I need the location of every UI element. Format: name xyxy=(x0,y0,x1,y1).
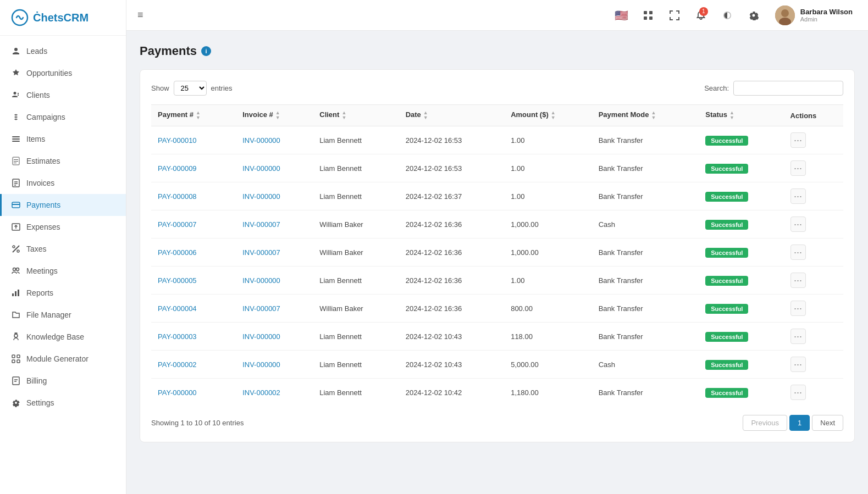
sidebar-item-reports[interactable]: Reports xyxy=(0,282,126,304)
sidebar-item-payments[interactable]: Payments xyxy=(0,194,126,216)
payment-link-2[interactable]: PAY-000008 xyxy=(151,182,236,210)
col-header-invoice_num[interactable]: Invoice #▲▼ xyxy=(236,105,313,126)
page-1-button[interactable]: 1 xyxy=(789,415,810,431)
action-menu-btn-5[interactable]: ··· xyxy=(790,273,806,288)
invoice-link-8[interactable]: INV-000000 xyxy=(236,351,313,379)
sidebar-item-module-generator[interactable]: Module Generator xyxy=(0,348,126,370)
invoice-link-0[interactable]: INV-000000 xyxy=(236,126,313,154)
action-menu-btn-2[interactable]: ··· xyxy=(790,188,806,204)
payment-link-8[interactable]: PAY-000002 xyxy=(151,351,236,379)
next-button[interactable]: Next xyxy=(812,415,843,431)
client-2: Liam Bennett xyxy=(313,182,399,210)
mode-7: Bank Transfer xyxy=(592,323,699,351)
settings-icon[interactable] xyxy=(744,6,763,25)
fullscreen-icon[interactable] xyxy=(665,6,684,25)
payment-link-0[interactable]: PAY-000010 xyxy=(151,126,236,154)
payment-link-9[interactable]: PAY-000000 xyxy=(151,379,236,407)
invoice-link-1[interactable]: INV-000000 xyxy=(236,154,313,182)
sidebar-item-leads[interactable]: Leads xyxy=(0,40,126,62)
invoices-icon xyxy=(11,178,21,188)
svg-rect-41 xyxy=(649,16,653,20)
sidebar-item-invoices[interactable]: Invoices xyxy=(0,172,126,194)
sidebar-item-knowledge-base[interactable]: Knowledge Base xyxy=(0,326,126,348)
col-header-client[interactable]: Client▲▼ xyxy=(313,105,399,126)
sidebar-item-settings[interactable]: Settings xyxy=(0,392,126,414)
search-input[interactable] xyxy=(733,81,843,96)
payment-link-3[interactable]: PAY-000007 xyxy=(151,210,236,238)
action-menu-btn-8[interactable]: ··· xyxy=(790,357,806,372)
sidebar-item-opportunities[interactable]: Opportunities xyxy=(0,62,126,84)
payment-link-4[interactable]: PAY-000006 xyxy=(151,238,236,267)
sidebar-item-expenses[interactable]: Expenses xyxy=(0,216,126,238)
svg-rect-26 xyxy=(12,293,14,296)
amount-6: 800.00 xyxy=(504,295,592,323)
client-sort-icon[interactable]: ▲▼ xyxy=(341,110,346,120)
previous-button[interactable]: Previous xyxy=(743,415,787,431)
invoice-link-9[interactable]: INV-000002 xyxy=(236,379,313,407)
invoice-link-7[interactable]: INV-000000 xyxy=(236,323,313,351)
col-header-payment_mode[interactable]: Payment Mode▲▼ xyxy=(592,105,699,126)
showing-text: Showing 1 to 10 of 10 entries xyxy=(151,419,244,427)
entries-per-page-select[interactable]: 25 10 50 100 xyxy=(174,81,207,96)
page-info-icon[interactable]: i xyxy=(201,46,211,56)
invoice-link-6[interactable]: INV-000007 xyxy=(236,295,313,323)
action-menu-btn-0[interactable]: ··· xyxy=(790,132,806,148)
sidebar-item-clients[interactable]: Clients xyxy=(0,84,126,106)
action-menu-btn-1[interactable]: ··· xyxy=(790,160,806,176)
status-badge-2: Successful xyxy=(705,192,748,202)
sidebar-item-billing[interactable]: Billing xyxy=(0,370,126,392)
svg-rect-8 xyxy=(12,138,20,140)
sidebar-item-taxes[interactable]: Taxes xyxy=(0,238,126,260)
action-menu-btn-7[interactable]: ··· xyxy=(790,329,806,344)
svg-point-24 xyxy=(13,268,16,271)
status-8: Successful xyxy=(699,351,783,379)
expenses-icon xyxy=(11,222,21,232)
sidebar-item-campaigns[interactable]: Campaigns xyxy=(0,106,126,128)
sidebar-label-module-generator: Module Generator xyxy=(26,354,89,363)
payment-link-1[interactable]: PAY-000009 xyxy=(151,154,236,182)
action-menu-btn-4[interactable]: ··· xyxy=(790,245,806,260)
sidebar-item-items[interactable]: Items xyxy=(0,128,126,150)
invoice-link-5[interactable]: INV-000000 xyxy=(236,267,313,295)
apps-grid-icon[interactable] xyxy=(639,6,657,25)
page-header: Payments i xyxy=(140,44,855,58)
amount-3: 1,000.00 xyxy=(504,210,592,238)
leads-icon xyxy=(11,46,21,56)
invoice-link-3[interactable]: INV-000007 xyxy=(236,210,313,238)
menu-toggle-icon[interactable]: ≡ xyxy=(137,9,143,21)
sidebar-item-meetings[interactable]: Meetings xyxy=(0,260,126,282)
table-row: PAY-000006 INV-000007 William Baker 2024… xyxy=(151,238,843,267)
date-sort-icon[interactable]: ▲▼ xyxy=(423,110,428,120)
action-menu-btn-6[interactable]: ··· xyxy=(790,301,806,316)
payment_num-sort-icon[interactable]: ▲▼ xyxy=(196,110,201,120)
date-8: 2024-12-02 10:43 xyxy=(399,351,504,379)
status-sort-icon[interactable]: ▲▼ xyxy=(729,110,734,120)
col-header-date[interactable]: Date▲▼ xyxy=(399,105,504,126)
amount-sort-icon[interactable]: ▲▼ xyxy=(551,110,556,120)
notifications-icon[interactable]: 1 xyxy=(692,6,710,25)
sidebar-label-items: Items xyxy=(26,135,45,143)
sidebar-item-estimates[interactable]: Estimates xyxy=(0,150,126,172)
invoice-link-2[interactable]: INV-000000 xyxy=(236,182,313,210)
col-header-status[interactable]: Status▲▼ xyxy=(699,105,783,126)
dark-mode-toggle[interactable] xyxy=(718,6,737,25)
payment_mode-sort-icon[interactable]: ▲▼ xyxy=(651,110,656,120)
action-menu-btn-3[interactable]: ··· xyxy=(790,217,806,232)
language-selector[interactable]: 🇺🇸 xyxy=(612,6,631,25)
logo[interactable]: ĊhetsCRM xyxy=(0,0,126,36)
payment-link-5[interactable]: PAY-000005 xyxy=(151,267,236,295)
payment-link-7[interactable]: PAY-000003 xyxy=(151,323,236,351)
col-header-payment_num[interactable]: Payment #▲▼ xyxy=(151,105,236,126)
amount-0: 1.00 xyxy=(504,126,592,154)
invoice-link-4[interactable]: INV-000007 xyxy=(236,238,313,267)
payment-link-6[interactable]: PAY-000004 xyxy=(151,295,236,323)
invoice_num-sort-icon[interactable]: ▲▼ xyxy=(275,110,280,120)
avatar xyxy=(775,5,795,25)
user-profile[interactable]: Barbara Wilson Admin xyxy=(771,3,857,27)
col-header-amount[interactable]: Amount ($)▲▼ xyxy=(504,105,592,126)
table-row: PAY-000010 INV-000000 Liam Bennett 2024-… xyxy=(151,126,843,154)
action-menu-btn-9[interactable]: ··· xyxy=(790,385,806,400)
sidebar-item-file-manager[interactable]: File Manager xyxy=(0,304,126,326)
status-badge-8: Successful xyxy=(705,360,748,370)
amount-1: 1.00 xyxy=(504,154,592,182)
